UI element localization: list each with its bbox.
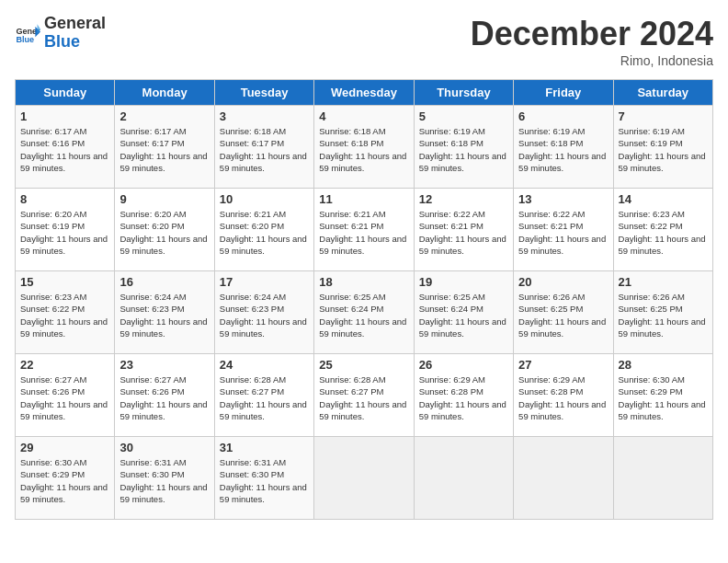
day-number: 15 xyxy=(20,275,109,289)
day-number: 23 xyxy=(119,358,209,372)
logo: General Blue General Blue xyxy=(15,15,106,52)
day-info: Sunrise: 6:31 AM Sunset: 6:30 PM Dayligh… xyxy=(220,456,309,505)
calendar-day-cell: 28Sunrise: 6:30 AM Sunset: 6:29 PM Dayli… xyxy=(613,354,712,437)
calendar-day-cell: 26Sunrise: 6:29 AM Sunset: 6:28 PM Dayli… xyxy=(414,354,513,437)
month-title: December 2024 xyxy=(471,15,713,53)
day-number: 19 xyxy=(419,275,508,289)
day-info: Sunrise: 6:23 AM Sunset: 6:22 PM Dayligh… xyxy=(20,291,109,339)
day-number: 1 xyxy=(20,109,109,123)
day-info: Sunrise: 6:24 AM Sunset: 6:23 PM Dayligh… xyxy=(119,291,209,339)
calendar-day-cell: 15Sunrise: 6:23 AM Sunset: 6:22 PM Dayli… xyxy=(16,271,115,354)
day-info: Sunrise: 6:19 AM Sunset: 6:18 PM Dayligh… xyxy=(419,125,508,174)
day-info: Sunrise: 6:17 AM Sunset: 6:16 PM Dayligh… xyxy=(20,125,109,174)
day-number: 2 xyxy=(119,109,209,123)
page-header: General Blue General Blue December 2024 … xyxy=(15,15,713,68)
calendar-day-cell: 22Sunrise: 6:27 AM Sunset: 6:26 PM Dayli… xyxy=(16,354,115,437)
day-info: Sunrise: 6:23 AM Sunset: 6:22 PM Dayligh… xyxy=(619,208,708,257)
calendar-day-cell: 13Sunrise: 6:22 AM Sunset: 6:21 PM Dayli… xyxy=(514,189,613,271)
day-info: Sunrise: 6:20 AM Sunset: 6:19 PM Dayligh… xyxy=(20,208,109,257)
day-info: Sunrise: 6:31 AM Sunset: 6:30 PM Dayligh… xyxy=(119,456,209,505)
day-info: Sunrise: 6:18 AM Sunset: 6:18 PM Dayligh… xyxy=(319,125,408,174)
calendar-day-cell: 21Sunrise: 6:26 AM Sunset: 6:25 PM Dayli… xyxy=(613,271,712,354)
weekday-header: Thursday xyxy=(414,80,513,106)
calendar-day-cell: 10Sunrise: 6:21 AM Sunset: 6:20 PM Dayli… xyxy=(214,189,313,271)
day-info: Sunrise: 6:25 AM Sunset: 6:24 PM Dayligh… xyxy=(419,291,508,339)
calendar-day-cell: 3Sunrise: 6:18 AM Sunset: 6:17 PM Daylig… xyxy=(214,106,313,189)
calendar-day-cell: 4Sunrise: 6:18 AM Sunset: 6:18 PM Daylig… xyxy=(314,106,414,189)
weekday-header: Saturday xyxy=(613,80,712,106)
day-number: 5 xyxy=(419,109,508,123)
day-number: 8 xyxy=(20,192,109,206)
calendar-day-cell xyxy=(613,437,712,520)
calendar-header-row: SundayMondayTuesdayWednesdayThursdayFrid… xyxy=(16,80,713,106)
calendar-day-cell: 24Sunrise: 6:28 AM Sunset: 6:27 PM Dayli… xyxy=(214,354,313,437)
location: Rimo, Indonesia xyxy=(471,53,713,68)
calendar-day-cell: 23Sunrise: 6:27 AM Sunset: 6:26 PM Dayli… xyxy=(115,354,214,437)
calendar-day-cell: 1Sunrise: 6:17 AM Sunset: 6:16 PM Daylig… xyxy=(16,106,115,189)
calendar-day-cell: 12Sunrise: 6:22 AM Sunset: 6:21 PM Dayli… xyxy=(414,189,513,271)
calendar-week-row: 22Sunrise: 6:27 AM Sunset: 6:26 PM Dayli… xyxy=(16,354,713,437)
day-number: 16 xyxy=(119,275,209,289)
day-info: Sunrise: 6:28 AM Sunset: 6:27 PM Dayligh… xyxy=(220,373,309,422)
day-number: 22 xyxy=(20,358,109,372)
calendar-table: SundayMondayTuesdayWednesdayThursdayFrid… xyxy=(15,79,713,520)
calendar-day-cell: 30Sunrise: 6:31 AM Sunset: 6:30 PM Dayli… xyxy=(115,437,214,520)
calendar-day-cell: 31Sunrise: 6:31 AM Sunset: 6:30 PM Dayli… xyxy=(214,437,313,520)
day-number: 12 xyxy=(419,192,508,206)
calendar-day-cell: 9Sunrise: 6:20 AM Sunset: 6:20 PM Daylig… xyxy=(115,189,214,271)
calendar-day-cell: 18Sunrise: 6:25 AM Sunset: 6:24 PM Dayli… xyxy=(314,271,414,354)
day-info: Sunrise: 6:27 AM Sunset: 6:26 PM Dayligh… xyxy=(119,373,209,422)
day-info: Sunrise: 6:29 AM Sunset: 6:28 PM Dayligh… xyxy=(518,373,608,422)
day-info: Sunrise: 6:22 AM Sunset: 6:21 PM Dayligh… xyxy=(419,208,508,257)
day-number: 18 xyxy=(319,275,408,289)
calendar-week-row: 1Sunrise: 6:17 AM Sunset: 6:16 PM Daylig… xyxy=(16,106,713,189)
day-info: Sunrise: 6:17 AM Sunset: 6:17 PM Dayligh… xyxy=(119,125,209,174)
calendar-day-cell: 16Sunrise: 6:24 AM Sunset: 6:23 PM Dayli… xyxy=(115,271,214,354)
day-info: Sunrise: 6:26 AM Sunset: 6:25 PM Dayligh… xyxy=(619,291,708,339)
day-number: 24 xyxy=(220,358,309,372)
day-info: Sunrise: 6:19 AM Sunset: 6:19 PM Dayligh… xyxy=(619,125,708,174)
weekday-header: Friday xyxy=(514,80,613,106)
day-info: Sunrise: 6:18 AM Sunset: 6:17 PM Dayligh… xyxy=(220,125,309,174)
day-info: Sunrise: 6:20 AM Sunset: 6:20 PM Dayligh… xyxy=(119,208,209,257)
day-number: 30 xyxy=(119,441,209,454)
day-number: 26 xyxy=(419,358,508,372)
day-number: 27 xyxy=(518,358,608,372)
day-number: 28 xyxy=(619,358,708,372)
day-info: Sunrise: 6:21 AM Sunset: 6:21 PM Dayligh… xyxy=(319,208,408,257)
calendar-day-cell: 11Sunrise: 6:21 AM Sunset: 6:21 PM Dayli… xyxy=(314,189,414,271)
calendar-day-cell xyxy=(414,437,513,520)
calendar-day-cell: 14Sunrise: 6:23 AM Sunset: 6:22 PM Dayli… xyxy=(613,189,712,271)
day-number: 31 xyxy=(220,441,309,454)
day-info: Sunrise: 6:30 AM Sunset: 6:29 PM Dayligh… xyxy=(619,373,708,422)
day-number: 13 xyxy=(518,192,608,206)
day-number: 4 xyxy=(319,109,408,123)
day-info: Sunrise: 6:24 AM Sunset: 6:23 PM Dayligh… xyxy=(220,291,309,339)
weekday-header: Wednesday xyxy=(314,80,414,106)
calendar-day-cell: 17Sunrise: 6:24 AM Sunset: 6:23 PM Dayli… xyxy=(214,271,313,354)
calendar-week-row: 8Sunrise: 6:20 AM Sunset: 6:19 PM Daylig… xyxy=(16,189,713,271)
day-number: 10 xyxy=(220,192,309,206)
day-number: 20 xyxy=(518,275,608,289)
calendar-day-cell: 2Sunrise: 6:17 AM Sunset: 6:17 PM Daylig… xyxy=(115,106,214,189)
calendar-week-row: 15Sunrise: 6:23 AM Sunset: 6:22 PM Dayli… xyxy=(16,271,713,354)
calendar-day-cell: 5Sunrise: 6:19 AM Sunset: 6:18 PM Daylig… xyxy=(414,106,513,189)
day-number: 3 xyxy=(220,109,309,123)
title-block: December 2024 Rimo, Indonesia xyxy=(471,15,713,68)
calendar-day-cell: 27Sunrise: 6:29 AM Sunset: 6:28 PM Dayli… xyxy=(514,354,613,437)
day-number: 9 xyxy=(119,192,209,206)
calendar-day-cell: 19Sunrise: 6:25 AM Sunset: 6:24 PM Dayli… xyxy=(414,271,513,354)
day-number: 29 xyxy=(20,441,109,454)
weekday-header: Tuesday xyxy=(214,80,313,106)
logo-blue-text: Blue xyxy=(44,32,80,51)
day-info: Sunrise: 6:19 AM Sunset: 6:18 PM Dayligh… xyxy=(518,125,608,174)
day-info: Sunrise: 6:28 AM Sunset: 6:27 PM Dayligh… xyxy=(319,373,408,422)
calendar-day-cell xyxy=(514,437,613,520)
calendar-day-cell: 29Sunrise: 6:30 AM Sunset: 6:29 PM Dayli… xyxy=(16,437,115,520)
day-number: 17 xyxy=(220,275,309,289)
day-info: Sunrise: 6:29 AM Sunset: 6:28 PM Dayligh… xyxy=(419,373,508,422)
calendar-day-cell: 7Sunrise: 6:19 AM Sunset: 6:19 PM Daylig… xyxy=(613,106,712,189)
day-info: Sunrise: 6:26 AM Sunset: 6:25 PM Dayligh… xyxy=(518,291,608,339)
day-number: 6 xyxy=(518,109,608,123)
calendar-day-cell: 8Sunrise: 6:20 AM Sunset: 6:19 PM Daylig… xyxy=(16,189,115,271)
